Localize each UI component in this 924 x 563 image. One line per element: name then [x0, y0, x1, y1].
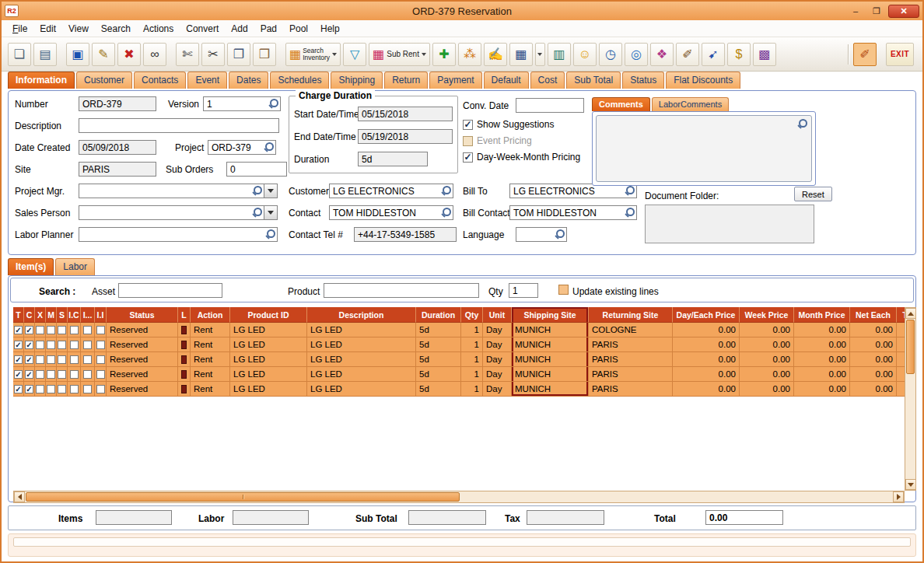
column-header-duration[interactable]: Duration	[416, 307, 461, 323]
cell-t[interactable]	[13, 323, 24, 337]
cell-m[interactable]	[46, 352, 57, 367]
labor-planner-field[interactable]	[79, 227, 278, 242]
qty-input[interactable]: 1	[509, 283, 538, 298]
number-field[interactable]: ORD-379	[79, 96, 156, 111]
column-header-tot[interactable]: Tot...	[897, 307, 905, 323]
cut-special-button[interactable]: ✄	[176, 43, 199, 66]
items-total-field[interactable]	[96, 510, 172, 525]
cell-description[interactable]: LG LED	[307, 337, 416, 352]
scroll-up-button[interactable]	[905, 308, 916, 319]
cell-action[interactable]: Rent	[191, 323, 230, 337]
cell-action[interactable]: Rent	[191, 367, 230, 382]
cell-tot[interactable]: 0.00	[897, 323, 905, 337]
column-header-x[interactable]: X	[35, 307, 46, 323]
minimize-button[interactable]: –	[846, 5, 865, 18]
tab-dates[interactable]: Dates	[229, 72, 268, 89]
cell-l[interactable]	[178, 352, 191, 367]
link-button[interactable]: ➹	[702, 43, 725, 66]
cell-ii[interactable]	[95, 352, 107, 367]
draw-button[interactable]: ✐	[853, 43, 877, 66]
tab-status[interactable]: Status	[622, 72, 664, 89]
language-field[interactable]	[516, 227, 567, 242]
column-header-m[interactable]: M	[46, 307, 57, 323]
vertical-scrollbar-thumb[interactable]	[906, 320, 915, 374]
tab-flat-discounts[interactable]: Flat Discounts	[666, 72, 740, 89]
contact-field[interactable]: TOM HIDDLESTON	[329, 205, 453, 220]
delete-button[interactable]: ✖	[117, 43, 141, 66]
row-checkbox[interactable]	[36, 370, 44, 379]
row-checkbox[interactable]	[36, 355, 44, 364]
cell-week_price[interactable]: 0.00	[740, 382, 794, 397]
column-header-returning_site[interactable]: Returning Site	[589, 307, 673, 323]
cell-s[interactable]	[57, 323, 68, 337]
cell-idot[interactable]	[81, 352, 95, 367]
cell-qty[interactable]: 1	[461, 323, 483, 337]
row-checkbox[interactable]	[70, 355, 79, 364]
menu-item-pool[interactable]: Pool	[283, 22, 314, 36]
row-checkbox[interactable]	[47, 355, 55, 364]
row-checkbox[interactable]	[96, 355, 105, 364]
column-header-qty[interactable]: Qty	[461, 307, 483, 323]
row-checkbox[interactable]	[58, 341, 66, 349]
cell-l[interactable]	[178, 323, 191, 337]
bill-contact-field[interactable]: TOM HIDDLESTON	[509, 205, 637, 220]
lookup-icon[interactable]	[264, 142, 274, 152]
save-button[interactable]: ▣	[66, 43, 89, 66]
lookup-icon[interactable]	[555, 229, 565, 240]
row-checkbox[interactable]	[70, 385, 79, 393]
column-header-status[interactable]: Status	[107, 307, 178, 323]
tab-comments[interactable]: Comments	[592, 97, 650, 111]
cell-tot[interactable]: 0.00	[897, 352, 905, 367]
tab-laborcomments[interactable]: LaborComments	[652, 97, 729, 111]
pour-button[interactable]: ▽	[343, 43, 366, 66]
menu-item-actions[interactable]: Actions	[137, 22, 180, 36]
cell-day_each_price[interactable]: 0.00	[673, 337, 740, 352]
copy-button[interactable]: ❐	[227, 43, 250, 66]
cell-product_id[interactable]: LG LED	[230, 337, 307, 352]
row-checkbox[interactable]	[96, 326, 105, 334]
lookup-icon[interactable]	[625, 208, 635, 218]
product-input[interactable]	[324, 283, 479, 298]
menu-item-pad[interactable]: Pad	[254, 22, 283, 36]
cell-idot[interactable]	[81, 323, 95, 337]
tab-sub-total[interactable]: Sub Total	[566, 72, 621, 89]
cell-action[interactable]: Rent	[191, 337, 230, 352]
maximize-button[interactable]: ❐	[867, 5, 886, 18]
cell-qty[interactable]: 1	[461, 382, 483, 397]
cell-idot[interactable]	[81, 337, 95, 352]
cell-month_price[interactable]: 0.00	[794, 352, 850, 367]
lookup-icon[interactable]	[252, 208, 262, 218]
cell-ii[interactable]	[95, 367, 107, 382]
cell-net_each[interactable]: 0.00	[850, 323, 897, 337]
cell-s[interactable]	[57, 337, 68, 352]
cell-ii[interactable]	[95, 323, 107, 337]
cell-action[interactable]: Rent	[191, 382, 230, 397]
site-field[interactable]: PARIS	[79, 162, 156, 177]
cell-duration[interactable]: 5d	[416, 382, 461, 397]
row-checkbox[interactable]	[58, 355, 66, 364]
row-checkbox[interactable]	[14, 370, 23, 379]
tab-event[interactable]: Event	[187, 72, 227, 89]
row-checkbox[interactable]	[47, 370, 55, 379]
column-header-s[interactable]: S	[57, 307, 68, 323]
cell-status[interactable]: Reserved	[107, 323, 178, 337]
cell-ii[interactable]	[95, 382, 107, 397]
row-checkbox[interactable]	[83, 341, 92, 349]
cell-s[interactable]	[57, 352, 68, 367]
row-checkbox[interactable]	[36, 341, 44, 349]
tab-customer[interactable]: Customer	[76, 72, 132, 89]
cell-month_price[interactable]: 0.00	[794, 323, 850, 337]
row-checkbox[interactable]	[25, 341, 33, 349]
cell-m[interactable]	[46, 323, 57, 337]
print-button[interactable]: ▤	[33, 43, 57, 66]
checkbox-show-suggestions[interactable]	[463, 120, 473, 130]
cell-shipping_site[interactable]: MUNICH	[512, 323, 589, 337]
cell-product_id[interactable]: LG LED	[230, 352, 307, 367]
update-lines-checkbox[interactable]	[558, 285, 569, 295]
cell-product_id[interactable]: LG LED	[230, 382, 307, 397]
column-header-description[interactable]: Description	[307, 307, 416, 323]
tab-default[interactable]: Default	[484, 72, 529, 89]
cell-description[interactable]: LG LED	[307, 352, 416, 367]
cell-s[interactable]	[57, 382, 68, 397]
sub-total-field[interactable]	[408, 510, 486, 525]
